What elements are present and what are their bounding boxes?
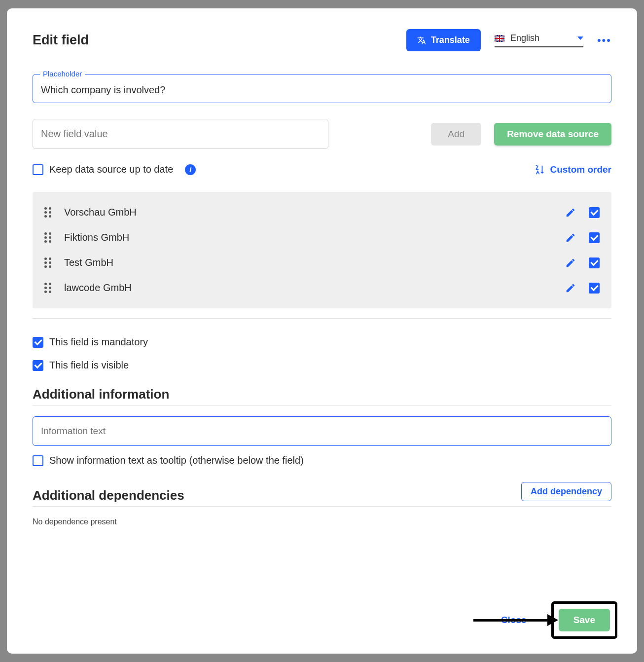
list-item: lawcode GmbH [33,275,611,300]
add-value-row: Add Remove data source [33,119,611,149]
placeholder-input[interactable] [41,84,603,96]
drag-handle-icon[interactable] [44,283,51,293]
no-dependency-text: No dependence present [33,517,611,526]
save-button[interactable]: Save [559,609,610,631]
mandatory-checkbox[interactable] [33,337,43,348]
custom-order-label: Custom order [550,164,611,175]
edit-field-modal: Edit field Translate English ••• Placeho… [7,8,637,654]
uk-flag-icon [495,35,504,42]
translate-label: Translate [431,35,470,45]
edit-icon[interactable] [565,283,576,294]
new-value-input[interactable] [33,119,328,149]
more-menu-icon[interactable]: ••• [597,34,611,47]
dependencies-header: Additional dependencies Add dependency [33,482,611,507]
edit-icon[interactable] [565,207,576,218]
add-button[interactable]: Add [431,123,481,146]
info-icon[interactable]: i [185,164,196,175]
item-label: Vorschau GmbH [64,207,552,218]
save-highlight-box: Save [551,601,617,639]
visible-label: This field is visible [49,360,129,371]
annotation-arrow-icon [473,614,558,626]
item-checkbox[interactable] [589,207,600,218]
chevron-down-icon [577,37,583,40]
custom-order-button[interactable]: Custom order [534,164,611,175]
keep-ds-checkbox[interactable] [33,164,43,175]
keep-left: Keep data source up to date i [33,164,196,175]
tooltip-row: Show information text as tooltip (otherw… [33,455,611,466]
item-label: lawcode GmbH [64,282,552,294]
list-item: Fiktions GmbH [33,225,611,250]
tooltip-label: Show information text as tooltip (otherw… [49,455,304,466]
item-checkbox[interactable] [589,283,600,294]
list-item: Test GmbH [33,250,611,275]
placeholder-label: Placeholder [40,70,85,78]
value-list: Vorschau GmbH Fiktions GmbH Test GmbH la… [33,192,611,308]
translate-icon [417,36,426,45]
mandatory-label: This field is mandatory [49,336,148,348]
drag-handle-icon[interactable] [44,207,51,218]
remove-data-source-button[interactable]: Remove data source [494,123,611,146]
modal-title: Edit field [33,33,89,48]
sort-az-icon [534,164,545,175]
modal-header: Edit field Translate English ••• [33,29,611,51]
tooltip-checkbox[interactable] [33,455,43,466]
mandatory-row: This field is mandatory [33,336,611,348]
header-actions: Translate English ••• [406,29,611,51]
item-checkbox[interactable] [589,232,600,243]
dependencies-title: Additional dependencies [33,488,184,503]
edit-icon[interactable] [565,257,576,268]
language-label: English [510,33,572,43]
divider [33,318,611,319]
modal-footer: Close Save [473,601,617,639]
language-select[interactable]: English [495,33,583,47]
visible-row: This field is visible [33,360,611,371]
list-item: Vorschau GmbH [33,200,611,225]
translate-button[interactable]: Translate [406,29,481,51]
additional-info-title: Additional information [33,387,611,405]
information-text-input[interactable] [33,416,611,446]
item-label: Fiktions GmbH [64,232,552,243]
visible-checkbox[interactable] [33,360,43,371]
item-checkbox[interactable] [589,257,600,268]
add-dependency-button[interactable]: Add dependency [521,482,611,501]
placeholder-field-group: Placeholder [33,74,611,103]
keep-custom-row: Keep data source up to date i Custom ord… [33,164,611,175]
drag-handle-icon[interactable] [44,232,51,243]
keep-ds-label: Keep data source up to date [49,164,173,175]
item-label: Test GmbH [64,257,552,268]
drag-handle-icon[interactable] [44,257,51,268]
edit-icon[interactable] [565,232,576,243]
